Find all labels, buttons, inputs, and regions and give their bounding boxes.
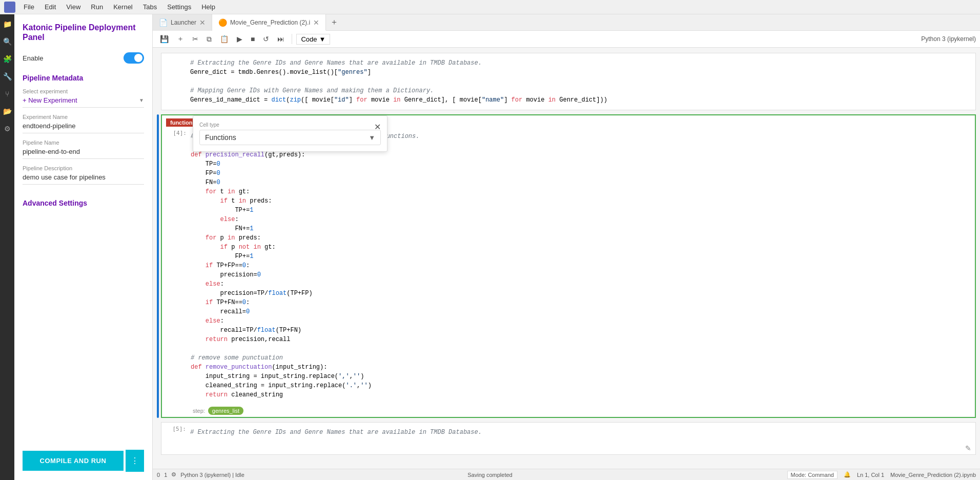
menu-help[interactable]: Help bbox=[197, 2, 219, 12]
cut-button[interactable]: ✂ bbox=[189, 33, 201, 45]
cell-type-select[interactable]: Code ▼ bbox=[296, 34, 330, 45]
fast-forward-button[interactable]: ⏭ bbox=[274, 33, 288, 45]
cell-indicator-1 bbox=[157, 53, 159, 110]
prompt-label-2: [4]: bbox=[166, 130, 187, 136]
pipeline-description-value[interactable]: demo use case for pipelines bbox=[23, 173, 144, 185]
compile-btn-area: COMPILE AND RUN ⋮ bbox=[14, 442, 152, 480]
status-bell-icon: 🔔 bbox=[844, 471, 851, 478]
nav-icon-folder2[interactable]: 📂 bbox=[2, 106, 13, 117]
cell-indicator-2 bbox=[157, 114, 159, 418]
experiment-name-value[interactable]: endtoend-pipeline bbox=[23, 122, 144, 133]
advanced-section: Advanced Settings bbox=[14, 195, 152, 211]
cell-code-2[interactable]: # Defining some of the Preprocessing and… bbox=[191, 130, 971, 402]
experiment-name-label: Experiment Name bbox=[23, 114, 144, 120]
step-tag-area: step: genres_list bbox=[162, 405, 975, 417]
code-line-2: Genres_id_name_dict = dict(zip([ movie["… bbox=[190, 96, 607, 104]
menu-bar: File Edit View Run Kernel Tabs Settings … bbox=[0, 0, 980, 14]
select-experiment-dropdown[interactable]: + New Experiment ▼ bbox=[23, 96, 144, 108]
pipeline-name-value[interactable]: pipeline-end-to-end bbox=[23, 148, 144, 159]
advanced-settings-title: Advanced Settings bbox=[23, 199, 144, 207]
cell-prompt-3: [5]: # Extracting the Genre IDs and Genr… bbox=[161, 423, 975, 442]
panel-enable-row: Enable bbox=[14, 46, 152, 70]
menu-tabs[interactable]: Tabs bbox=[139, 2, 161, 12]
icon-bar: 📁 🔍 🧩 🔧 ⑂ 📂 ⚙ bbox=[0, 14, 14, 480]
new-tab-button[interactable]: ＋ bbox=[326, 17, 342, 28]
notebook-tab-icon: 🟠 bbox=[218, 18, 227, 27]
nav-icon-extensions[interactable]: 🧩 bbox=[2, 53, 13, 65]
menu-kernel[interactable]: Kernel bbox=[109, 2, 137, 12]
kernel-info: Python 3 (ipykernel) bbox=[921, 35, 976, 43]
comment-1: # Extracting the Genre IDs and Genre Nam… bbox=[190, 59, 482, 67]
cell-prompt-1: # Extracting the Genre IDs and Genre Nam… bbox=[161, 53, 975, 110]
cell3-comment: # Extracting the Genre IDs and Genre Nam… bbox=[190, 429, 482, 436]
cell-wrapper-3: [5]: # Extracting the Genre IDs and Genr… bbox=[153, 421, 980, 456]
dropdown-arrow-icon: ▼ bbox=[139, 97, 144, 103]
nav-icon-git[interactable]: ⑂ bbox=[2, 88, 13, 99]
toolbar-separator bbox=[292, 34, 292, 44]
restart-button[interactable]: ↺ bbox=[260, 33, 272, 45]
menu-view[interactable]: View bbox=[62, 2, 85, 12]
notebook-tab-close-icon[interactable]: ✕ bbox=[313, 18, 319, 27]
cell2-def1: def bbox=[191, 151, 202, 158]
notebook-content: # Extracting the Genre IDs and Genre Nam… bbox=[153, 48, 980, 469]
cell-type-select-text: Functions bbox=[205, 133, 364, 142]
cell-code-1[interactable]: # Extracting the Genre IDs and Genre Nam… bbox=[190, 56, 971, 107]
cell-wrapper-2: functions Cell type Functions ▼ ✕ [4] bbox=[153, 113, 980, 419]
cell-type-popup: Cell type Functions ▼ ✕ bbox=[193, 115, 387, 152]
enable-toggle[interactable] bbox=[124, 52, 144, 64]
cell-code-3[interactable]: # Extracting the Genre IDs and Genre Nam… bbox=[190, 426, 971, 439]
launcher-tab-close-icon[interactable]: ✕ bbox=[199, 18, 206, 27]
cell-type-arrow-icon: ▼ bbox=[319, 35, 326, 43]
katonic-panel: Katonic Pipeline Deployment Panel Enable… bbox=[14, 14, 153, 480]
cell-indicator-3 bbox=[157, 422, 159, 455]
cell-type-popup-close-button[interactable]: ✕ bbox=[374, 122, 381, 132]
tab-launcher[interactable]: 📄 Launcher ✕ bbox=[153, 14, 212, 31]
kernel-status: Python 3 (ipykernel) | Idle bbox=[180, 472, 244, 478]
notebook-tab-label: Movie_Genre_Prediction (2).i bbox=[230, 19, 310, 26]
cell-prompt-2: [4]: # Defining some of the Preprocessin… bbox=[162, 127, 975, 405]
compile-menu-button[interactable]: ⋮ bbox=[126, 450, 144, 472]
panel-header: Katonic Pipeline Deployment Panel bbox=[14, 14, 152, 46]
copy-button[interactable]: ⧉ bbox=[203, 33, 215, 45]
tab-notebook[interactable]: 🟠 Movie_Genre_Prediction (2).i ✕ bbox=[212, 14, 326, 31]
menu-run[interactable]: Run bbox=[87, 2, 107, 12]
run-button[interactable]: ▶ bbox=[234, 33, 246, 45]
status-right: Mode: Command 🔔 Ln 1, Col 1 Movie_Genre_… bbox=[787, 471, 976, 479]
cell-type-popup-label: Cell type bbox=[199, 122, 381, 128]
cell-type-popup-select[interactable]: Functions ▼ bbox=[199, 130, 381, 145]
status-cell-count: 0 bbox=[157, 472, 160, 478]
code-line-1: Genre_dict = tmdb.Genres().movie_list()[… bbox=[190, 69, 371, 76]
compile-run-button[interactable]: COMPILE AND RUN bbox=[23, 451, 124, 471]
code-cell-2[interactable]: functions Cell type Functions ▼ ✕ [4] bbox=[161, 114, 976, 418]
paste-button[interactable]: 📋 bbox=[217, 33, 232, 45]
pipeline-name-label: Pipeline Name bbox=[23, 139, 144, 146]
metadata-title: Pipeline Metadata bbox=[23, 74, 144, 82]
menu-file[interactable]: File bbox=[19, 2, 38, 12]
pipeline-description-label: Pipeline Description bbox=[23, 165, 144, 171]
enable-label: Enable bbox=[23, 54, 43, 62]
nav-icon-tools[interactable]: 🔧 bbox=[2, 71, 13, 82]
code-cell-3[interactable]: [5]: # Extracting the Genre IDs and Genr… bbox=[161, 422, 976, 455]
status-left: 0 1 ⚙ Python 3 (ipykernel) | Idle bbox=[157, 471, 244, 478]
ln-col: Ln 1, Col 1 bbox=[857, 472, 884, 478]
app-logo bbox=[4, 2, 15, 13]
cell-type-value: Code bbox=[301, 35, 317, 43]
nav-icon-settings[interactable]: ⚙ bbox=[2, 123, 13, 134]
edit-icon[interactable]: ✎ bbox=[965, 444, 971, 452]
prompt-label-3: [5]: bbox=[166, 426, 186, 432]
save-status: Saving completed bbox=[467, 472, 512, 478]
toolbar: 💾 ＋ ✂ ⧉ 📋 ▶ ■ ↺ ⏭ Code ▼ Python 3 (ipyke… bbox=[153, 31, 980, 48]
nav-icon-search[interactable]: 🔍 bbox=[2, 36, 13, 47]
nav-icon-folder[interactable]: 📁 bbox=[2, 18, 13, 30]
menu-edit[interactable]: Edit bbox=[40, 2, 60, 12]
panel-title: Katonic Pipeline Deployment Panel bbox=[23, 23, 144, 42]
code-cell-1[interactable]: # Extracting the Genre IDs and Genre Nam… bbox=[161, 53, 976, 110]
notebook-area: 📄 Launcher ✕ 🟠 Movie_Genre_Prediction (2… bbox=[153, 14, 980, 480]
menu-settings[interactable]: Settings bbox=[163, 2, 195, 12]
stop-button[interactable]: ■ bbox=[248, 33, 258, 45]
add-cell-button[interactable]: ＋ bbox=[174, 33, 187, 45]
step-label: step: bbox=[193, 408, 205, 414]
launcher-tab-icon: 📄 bbox=[159, 18, 168, 27]
save-button[interactable]: 💾 bbox=[157, 33, 172, 45]
status-mode: Mode: Command bbox=[787, 471, 838, 479]
